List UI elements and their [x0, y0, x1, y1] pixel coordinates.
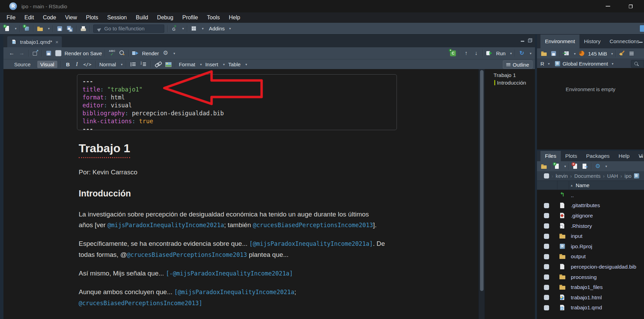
popout-icon[interactable]: [32, 50, 39, 57]
editor-scrollbar-thumb[interactable]: [480, 70, 484, 291]
breadcrumb-item-kevin[interactable]: kevin: [556, 173, 568, 179]
file-name[interactable]: percepcion-desigualdad.bib: [571, 264, 636, 270]
up-icon[interactable]: ↑: [462, 50, 469, 57]
citation-link[interactable]: @mijsParadoxInequalityIncome2021a: [107, 222, 224, 229]
code-icon[interactable]: </>: [82, 62, 92, 67]
language-caret-icon[interactable]: ▾: [548, 62, 550, 66]
link-icon[interactable]: [154, 61, 161, 68]
file-name[interactable]: ..: [571, 192, 574, 199]
files-tab-files[interactable]: Files: [540, 151, 561, 161]
copy-file-icon[interactable]: [582, 163, 588, 170]
menu-item-debug[interactable]: Debug: [153, 12, 178, 23]
file-name[interactable]: processing: [571, 274, 597, 280]
new-folder-icon[interactable]: [540, 163, 547, 170]
file-name[interactable]: output: [571, 253, 586, 260]
render-button[interactable]: Render: [142, 50, 159, 56]
open-file-button[interactable]: [37, 25, 43, 32]
spellcheck-icon[interactable]: [108, 50, 115, 57]
menu-item-build[interactable]: Build: [131, 12, 153, 23]
file-name[interactable]: trabajo1.qmd: [571, 304, 602, 311]
menu-item-file[interactable]: File: [2, 12, 20, 23]
save-button[interactable]: [56, 25, 63, 32]
paragraph-style-dropdown[interactable]: Normal: [99, 61, 116, 67]
panes-caret-icon[interactable]: ▾: [202, 27, 204, 30]
menu-item-code[interactable]: Code: [38, 12, 60, 23]
file-row-processing[interactable]: processing: [537, 272, 644, 282]
minimize-pane-icon[interactable]: [639, 39, 643, 44]
file-row-input[interactable]: input: [537, 231, 644, 241]
file-row-output[interactable]: output: [537, 252, 644, 262]
file-checkbox[interactable]: [544, 305, 549, 310]
env-tab-environment[interactable]: Environment: [540, 35, 579, 48]
file-checkbox[interactable]: [544, 234, 549, 239]
render-settings-gear-icon[interactable]: ⚙: [162, 50, 169, 57]
back-icon[interactable]: ←: [8, 50, 15, 57]
yaml-front-matter-block[interactable]: ---title: "trabajo1"format: htmleditor: …: [77, 74, 397, 130]
file-row-gitignore[interactable]: .gitignore: [537, 211, 644, 221]
file-row-percepcion-desigualdad-bib[interactable]: percepcion-desigualdad.bib: [537, 262, 644, 272]
citation-link[interactable]: [@mijsParadoxInequalityIncome2021a: [174, 289, 294, 296]
insert-menu[interactable]: Insert: [205, 61, 218, 67]
italic-icon[interactable]: I: [75, 61, 79, 67]
files-tab-plots[interactable]: Plots: [561, 151, 582, 161]
breadcrumb-item-ipo[interactable]: ipo: [625, 173, 632, 179]
search-icon[interactable]: [118, 50, 125, 57]
save-all-button[interactable]: [66, 25, 73, 32]
visual-mode-button[interactable]: Visual: [37, 61, 58, 68]
run-button[interactable]: Run: [496, 50, 506, 56]
new-file-button[interactable]: [3, 25, 10, 32]
image-icon[interactable]: [165, 61, 172, 68]
new-file-caret-icon[interactable]: ▾: [564, 164, 566, 168]
rerun-caret-icon[interactable]: ▾: [530, 51, 531, 55]
files-tab-help[interactable]: Help: [614, 151, 634, 161]
menu-item-session[interactable]: Session: [103, 12, 131, 23]
files-tab-packages[interactable]: Packages: [582, 151, 614, 161]
more-gear-icon[interactable]: ⚙: [594, 163, 601, 170]
menu-item-plots[interactable]: Plots: [81, 12, 103, 23]
broom-icon[interactable]: [619, 50, 626, 57]
select-all-checkbox[interactable]: [544, 173, 549, 178]
new-file-caret-icon[interactable]: ▾: [15, 27, 17, 30]
file-checkbox[interactable]: [544, 285, 549, 290]
outline-item-trabajo-1[interactable]: Trabajo 1: [485, 71, 535, 79]
name-column-header[interactable]: Name: [576, 182, 589, 188]
new-file-icon[interactable]: [553, 163, 560, 170]
breadcrumb-item-uah[interactable]: UAH: [607, 173, 618, 179]
menu-item-tools[interactable]: Tools: [203, 12, 224, 23]
table-caret-icon[interactable]: ▾: [245, 62, 247, 66]
insert-caret-icon[interactable]: ▾: [223, 62, 225, 66]
citation-link[interactable]: [-@mijsParadoxInequalityIncome2021a]: [166, 270, 293, 277]
file-row-trabajo1-files[interactable]: trabajo1_files: [537, 282, 644, 292]
format-caret-icon[interactable]: ▾: [200, 62, 202, 66]
render-settings-caret-icon[interactable]: ▾: [174, 51, 175, 55]
file-row-ipo-rproj[interactable]: ipo.Rproj: [537, 241, 644, 252]
delete-file-icon[interactable]: [572, 163, 579, 170]
document-body[interactable]: Trabajo 1 Por: Kevin Carrasco Introducci…: [79, 142, 427, 316]
paragraph-style-caret-icon[interactable]: ▾: [121, 62, 123, 66]
editor-tab-trabajo1[interactable]: trabajo1.qmd* ×: [7, 36, 62, 47]
panes-grid-button[interactable]: [191, 25, 197, 32]
menu-item-edit[interactable]: Edit: [20, 12, 39, 23]
restore-button[interactable]: [625, 0, 636, 12]
file-name[interactable]: .Rhistory: [571, 223, 592, 229]
citation-link[interactable]: @crucesBiasedPerceptionsIncome2013]: [79, 300, 202, 307]
env-tab-connections[interactable]: Connections: [605, 35, 644, 48]
citation-link[interactable]: @crucesBiasedPerceptionsIncome2013: [127, 251, 247, 258]
file-name[interactable]: input: [571, 233, 583, 239]
numbered-list-icon[interactable]: [140, 61, 147, 68]
scope-caret-icon[interactable]: ▾: [612, 62, 614, 66]
pane-layout-icon[interactable]: [640, 25, 644, 32]
print-button[interactable]: [80, 25, 87, 32]
citation-link[interactable]: [@mijsParadoxInequalityIncome2021a]: [249, 240, 373, 247]
file-name[interactable]: .gitignore: [571, 213, 593, 219]
file-checkbox[interactable]: [544, 254, 549, 259]
more-caret-icon[interactable]: ▾: [605, 164, 607, 168]
memory-usage-label[interactable]: 145 MiB: [588, 51, 607, 57]
file-name[interactable]: trabajo1.html: [571, 294, 602, 301]
file-name[interactable]: ipo.Rproj: [571, 243, 592, 250]
table-menu[interactable]: Table: [228, 61, 241, 67]
file-checkbox[interactable]: [544, 295, 549, 300]
goto-file-function-field[interactable]: Go to file/function: [93, 25, 164, 33]
file-checkbox[interactable]: [544, 264, 549, 269]
file-row-item[interactable]: ..: [537, 190, 644, 201]
